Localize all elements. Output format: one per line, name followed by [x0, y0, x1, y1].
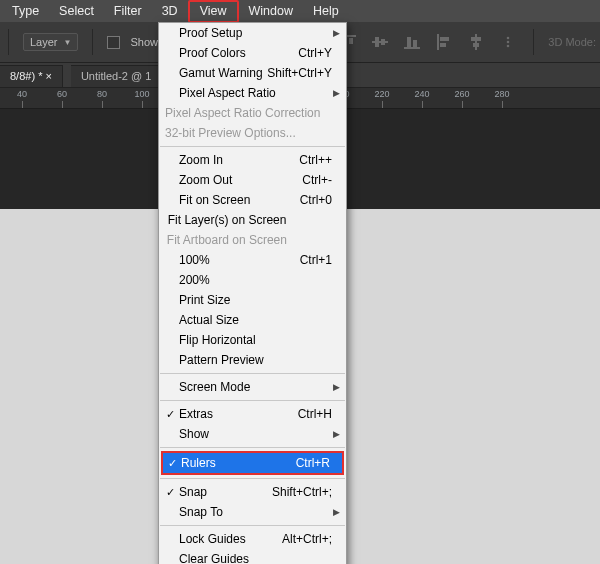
menubar: Type Select Filter 3D View Window Help — [0, 0, 600, 22]
menu-item[interactable]: 200% — [159, 270, 346, 290]
menu-item[interactable]: Lock GuidesAlt+Ctrl+; — [159, 529, 346, 549]
menu-item-shortcut: Ctrl+Y — [280, 46, 332, 60]
menu-item[interactable]: Clear Guides — [159, 549, 346, 564]
menu-item-shortcut: Ctrl+R — [278, 456, 330, 470]
submenu-arrow-icon: ▶ — [332, 507, 340, 517]
menu-item: Pixel Aspect Ratio Correction — [159, 103, 346, 123]
align-bottom-icon[interactable] — [401, 31, 423, 53]
menu-item[interactable]: Snap To▶ — [159, 502, 346, 522]
ruler-tick-label: 260 — [454, 89, 469, 99]
menu-separator — [160, 478, 345, 479]
svg-rect-5 — [381, 39, 385, 45]
submenu-arrow-icon: ▶ — [332, 28, 340, 38]
separator — [533, 29, 534, 55]
menu-item[interactable]: ✓ExtrasCtrl+H — [159, 404, 346, 424]
menu-window[interactable]: Window — [239, 2, 303, 21]
menu-item[interactable]: Pixel Aspect Ratio▶ — [159, 83, 346, 103]
menu-item[interactable]: Pattern Preview — [159, 350, 346, 370]
separator — [8, 29, 9, 55]
menu-item[interactable]: Print Size — [159, 290, 346, 310]
chevron-down-icon: ▼ — [64, 38, 72, 47]
menu-item[interactable]: 100%Ctrl+1 — [159, 250, 346, 270]
menu-item[interactable]: ✓RulersCtrl+R — [161, 451, 344, 475]
menu-3d[interactable]: 3D — [152, 2, 188, 21]
menu-item[interactable]: Actual Size — [159, 310, 346, 330]
svg-rect-6 — [404, 47, 420, 49]
ruler-tick-label: 80 — [97, 89, 107, 99]
ruler-tick-label: 60 — [57, 89, 67, 99]
menu-item-label: Pixel Aspect Ratio — [177, 86, 280, 100]
menu-item-label: Pattern Preview — [177, 353, 280, 367]
menu-select[interactable]: Select — [49, 2, 104, 21]
menu-item: 32-bit Preview Options... — [159, 123, 346, 143]
align-hcenter-icon[interactable] — [465, 31, 487, 53]
check-icon: ✓ — [163, 486, 177, 499]
menu-item-shortcut: Ctrl+H — [280, 407, 332, 421]
menu-item[interactable]: Proof ColorsCtrl+Y — [159, 43, 346, 63]
ruler-tick-label: 40 — [17, 89, 27, 99]
svg-rect-10 — [440, 37, 449, 41]
menu-type[interactable]: Type — [2, 2, 49, 21]
layer-selector[interactable]: Layer ▼ — [23, 33, 78, 51]
menu-item-label: Zoom In — [177, 153, 280, 167]
menu-view[interactable]: View — [188, 0, 239, 23]
tab-document-1[interactable]: 8/8#) * × — [0, 65, 63, 87]
check-icon: ✓ — [165, 457, 179, 470]
ruler-tick-label: 240 — [414, 89, 429, 99]
menu-item[interactable]: Fit Layer(s) on Screen — [159, 210, 346, 230]
menu-item-label: Flip Horizontal — [177, 333, 280, 347]
menu-item[interactable]: Screen Mode▶ — [159, 377, 346, 397]
menu-item[interactable]: Flip Horizontal — [159, 330, 346, 350]
ruler-tick-label: 280 — [494, 89, 509, 99]
3d-mode-label: 3D Mode: — [548, 36, 596, 48]
menu-item-label: Extras — [177, 407, 280, 421]
menu-item-label: Gamut Warning — [177, 66, 267, 80]
menu-item-label: Proof Colors — [177, 46, 280, 60]
menu-item-shortcut: Ctrl+- — [280, 173, 332, 187]
menu-separator — [160, 447, 345, 448]
menu-item-label: Clear Guides — [177, 552, 280, 564]
menu-item-label: Print Size — [177, 293, 280, 307]
svg-rect-8 — [413, 40, 417, 47]
submenu-arrow-icon: ▶ — [332, 382, 340, 392]
ruler-tick-label: 220 — [374, 89, 389, 99]
menu-separator — [160, 373, 345, 374]
more-icon[interactable] — [497, 31, 519, 53]
svg-rect-14 — [473, 43, 479, 47]
menu-filter[interactable]: Filter — [104, 2, 152, 21]
svg-rect-2 — [349, 38, 353, 44]
svg-rect-11 — [440, 43, 446, 47]
menu-item[interactable]: ✓SnapShift+Ctrl+; — [159, 482, 346, 502]
svg-point-16 — [507, 41, 510, 44]
separator — [92, 29, 93, 55]
menu-separator — [160, 400, 345, 401]
svg-rect-3 — [372, 41, 388, 43]
menu-item-label: Zoom Out — [177, 173, 280, 187]
menu-separator — [160, 146, 345, 147]
menu-item-shortcut: Shift+Ctrl+; — [272, 485, 332, 499]
menu-item-label: Actual Size — [177, 313, 280, 327]
menu-item[interactable]: Show▶ — [159, 424, 346, 444]
align-left-icon[interactable] — [433, 31, 455, 53]
menu-item-label: Snap To — [177, 505, 280, 519]
menu-item-label: Proof Setup — [177, 26, 280, 40]
svg-rect-13 — [471, 37, 481, 41]
menu-item[interactable]: Zoom OutCtrl+- — [159, 170, 346, 190]
ruler-tick-label: 100 — [134, 89, 149, 99]
align-vcenter-icon[interactable] — [369, 31, 391, 53]
menu-item-shortcut: Shift+Ctrl+Y — [267, 66, 332, 80]
menu-item-shortcut: Ctrl++ — [280, 153, 332, 167]
menu-help[interactable]: Help — [303, 2, 349, 21]
menu-item[interactable]: Gamut WarningShift+Ctrl+Y — [159, 63, 346, 83]
tab-document-2[interactable]: Untitled-2 @ 1 — [71, 65, 162, 87]
menu-item[interactable]: Fit on ScreenCtrl+0 — [159, 190, 346, 210]
show-transform-checkbox[interactable] — [107, 36, 120, 49]
svg-point-17 — [507, 45, 510, 48]
menu-item-label: Show — [177, 427, 280, 441]
svg-rect-7 — [407, 37, 411, 47]
layer-label: Layer — [30, 36, 58, 48]
menu-item-label: Fit Layer(s) on Screen — [166, 213, 287, 227]
menu-item-label: Snap — [177, 485, 272, 499]
menu-item[interactable]: Proof Setup▶ — [159, 23, 346, 43]
menu-item[interactable]: Zoom InCtrl++ — [159, 150, 346, 170]
